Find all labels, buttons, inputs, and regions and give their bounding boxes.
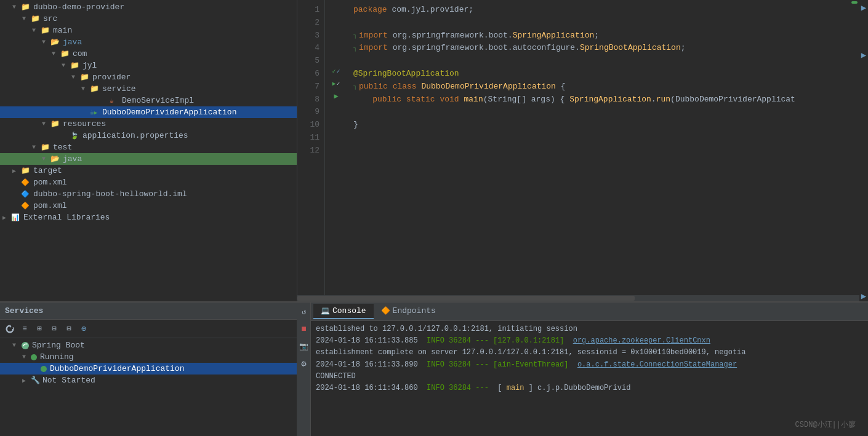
tree-item-pom-root[interactable]: ▶ 🔶 pom.xml bbox=[0, 200, 297, 212]
tree-item-com[interactable]: ▼ 📁 com bbox=[0, 48, 297, 60]
not-started-icon: 🔧 bbox=[31, 376, 40, 385]
run-gutter-icon2: ✓ bbox=[337, 80, 340, 87]
gutter-9 bbox=[325, 102, 347, 114]
services-header: Services bbox=[0, 303, 297, 320]
tab-endpoints[interactable]: 🔶 Endpoints bbox=[374, 304, 443, 319]
arrow-right: ▼ bbox=[42, 156, 50, 162]
tree-item-resources[interactable]: ▼ 📁 resources bbox=[0, 118, 297, 130]
code-line-9 bbox=[353, 106, 850, 119]
tree-item-src[interactable]: ▼ 📁 src bbox=[0, 13, 297, 25]
side-icon-stop[interactable]: ■ bbox=[299, 323, 310, 335]
side-icon-cam[interactable]: 📷 bbox=[299, 341, 310, 352]
import-class: SpringBootApplication bbox=[580, 42, 681, 55]
keyword-package: package bbox=[353, 4, 387, 17]
services-tree-spring-boot[interactable]: ▼ Spring Boot bbox=[0, 339, 297, 351]
gutter-2 bbox=[325, 16, 347, 28]
code-lines: package com.jyl.provider; ┐ import org.s… bbox=[347, 0, 850, 295]
folder-icon: 📁 bbox=[31, 14, 41, 23]
not-started-label: Not Started bbox=[42, 376, 95, 385]
tree-item-service[interactable]: ▼ 📁 service bbox=[0, 83, 297, 95]
log-line-5: CONNECTED bbox=[316, 371, 863, 382]
tree-item-jyl[interactable]: ▼ 📁 jyl bbox=[0, 60, 297, 71]
spring-boot-icon bbox=[21, 341, 30, 350]
gutter-area: ✓ ✓ ▶ ✓ ▶ bbox=[325, 0, 347, 295]
services-tree-running[interactable]: ▼ Running bbox=[0, 351, 297, 363]
h-scrollbar bbox=[297, 295, 859, 301]
console-tab-label: Console bbox=[332, 306, 366, 315]
tree-label: dubbo-spring-boot-helloworld.iml bbox=[33, 189, 187, 199]
toolbar-collapse-btn[interactable]: ≡ bbox=[18, 323, 31, 335]
spacer: ▶ bbox=[62, 132, 70, 140]
tree-item-app-props[interactable]: ▶ 🍃 application.properties bbox=[0, 130, 297, 141]
log-timestamp-2: 2024-01-18 16:11:33.885 bbox=[316, 336, 418, 345]
xml-icon: 🔶 bbox=[21, 202, 31, 210]
side-icon-sync[interactable]: ↺ bbox=[299, 306, 310, 317]
folder-blue-icon: 📂 bbox=[50, 38, 60, 47]
tree-item-pom-provider[interactable]: ▶ 🔶 pom.xml bbox=[0, 176, 297, 188]
tree-item-iml[interactable]: ▶ 🔷 dubbo-spring-boot-helloworld.iml bbox=[0, 188, 297, 200]
tree-item-dubbo-app[interactable]: ▶ ☕▶ DubboDemoPrividerApplication bbox=[0, 106, 297, 118]
refresh-icon bbox=[6, 325, 14, 333]
tree-item-java-test[interactable]: ▼ 📂 java bbox=[0, 153, 297, 165]
package-name: com.jyl.provider bbox=[392, 4, 468, 17]
folder-icon: 📁 bbox=[80, 73, 90, 82]
services-tree: ▼ Spring Boot ▼ Running bbox=[0, 338, 297, 436]
watermark: CSDN@小汪||小廖 bbox=[795, 419, 856, 430]
semicolon: ; bbox=[468, 4, 473, 17]
tree-label: java bbox=[63, 154, 82, 164]
arrow-right: ▶ bbox=[22, 377, 31, 384]
tree-label: dubbo-demo-provider bbox=[33, 2, 124, 12]
gutter-6: ✓ ✓ bbox=[325, 65, 347, 77]
gutter-4 bbox=[325, 41, 347, 53]
code-line-4: ┐ import org.springframework.boot.autoco… bbox=[353, 42, 850, 55]
log-link-4[interactable]: o.a.c.f.state.ConnectionStateManager bbox=[577, 360, 737, 369]
toolbar-filter-btn[interactable]: ⊟ bbox=[48, 323, 60, 335]
services-tree-app[interactable]: ▶ DubboDemoPrividerApplication bbox=[0, 363, 297, 375]
toolbar-refresh-btn[interactable] bbox=[4, 323, 16, 335]
folder-green-icon: 📂 bbox=[50, 154, 60, 164]
services-toolbar: ≡ ⊞ ⊟ ⊟ ⊕ bbox=[0, 320, 297, 338]
code-line-6: @SpringBootApplication bbox=[353, 68, 850, 81]
tree-item-ext-libs[interactable]: ▶ 📊 External Libraries bbox=[0, 212, 297, 223]
log-info-2: INFO 36284 --- [127.0.0.1:2181] bbox=[427, 336, 564, 345]
tree-item-provider[interactable]: ▼ 📁 provider bbox=[0, 71, 297, 83]
tree-label: DubboDemoPrividerApplication bbox=[102, 108, 236, 117]
arrow-down: ▼ bbox=[81, 85, 90, 92]
import-pkg: org.springframework.boot.autoconfigure. bbox=[393, 42, 580, 55]
tree-item-target[interactable]: ▶ 📁 target bbox=[0, 165, 297, 176]
log-link-2[interactable]: org.apache.zookeeper.ClientCnxn bbox=[573, 336, 710, 345]
tree-item-test[interactable]: ▼ 📁 test bbox=[0, 141, 297, 153]
arrow-right: ▶ bbox=[12, 167, 21, 175]
run-arrow-icon: ▶ bbox=[334, 92, 338, 101]
toolbar-add-btn[interactable]: ⊕ bbox=[78, 323, 90, 335]
xml-icon: 🔶 bbox=[21, 178, 31, 186]
log-rest2-6: ] c.j.p.DubboDemoPrivid bbox=[529, 384, 631, 392]
tree-item-dubbo-demo-provider[interactable]: ▼ 📁 dubbo-demo-provider bbox=[0, 1, 297, 13]
tree-item-main[interactable]: ▼ 📁 main bbox=[0, 25, 297, 36]
code-content: 1 2 3 4 5 6 7 8 9 10 11 12 bbox=[297, 0, 859, 295]
fold-icon: ┐ bbox=[353, 31, 357, 41]
log-line-4: 2024-01-18 16:11:33.890 INFO 36284 --- [… bbox=[316, 359, 863, 371]
folder-icon: 📁 bbox=[41, 26, 50, 35]
tree-item-java[interactable]: ▼ 📂 java bbox=[0, 36, 297, 48]
right-arrows-panel: ▶ ▶ ▶ bbox=[859, 0, 868, 301]
side-icon-settings[interactable]: ⚙ bbox=[299, 358, 310, 369]
services-tree-not-started[interactable]: ▶ 🔧 Not Started bbox=[0, 375, 297, 386]
log-text-1: established to 127.0.0.1/127.0.0.1:2181,… bbox=[316, 325, 577, 333]
code-line-10: } bbox=[353, 119, 850, 132]
tab-console[interactable]: 💻 Console bbox=[313, 304, 374, 319]
log-line-1: established to 127.0.0.1/127.0.0.1:2181,… bbox=[316, 323, 863, 335]
tree-item-demo-service-impl[interactable]: ▶ ☕ DemoServiceImpl bbox=[0, 95, 297, 106]
code-line-12 bbox=[353, 145, 850, 157]
annotation-gutter-icon2: ✓ bbox=[337, 68, 340, 75]
spacer: ▶ bbox=[12, 202, 21, 210]
tree-label: application.properties bbox=[82, 131, 188, 140]
console-tabs: 💻 Console 🔶 Endpoints bbox=[311, 303, 868, 321]
bottom-panel: Services ≡ ⊞ ⊟ ⊟ ⊕ ▼ bbox=[0, 301, 868, 436]
gutter-11 bbox=[325, 127, 347, 139]
code-line-3: ┐ import org.springframework.boot.Spring… bbox=[353, 30, 850, 42]
toolbar-expand-btn[interactable]: ⊞ bbox=[33, 323, 46, 335]
toolbar-settings-btn[interactable]: ⊟ bbox=[63, 323, 75, 335]
code-line-11 bbox=[353, 132, 850, 145]
arrow-down: ▼ bbox=[42, 121, 50, 127]
